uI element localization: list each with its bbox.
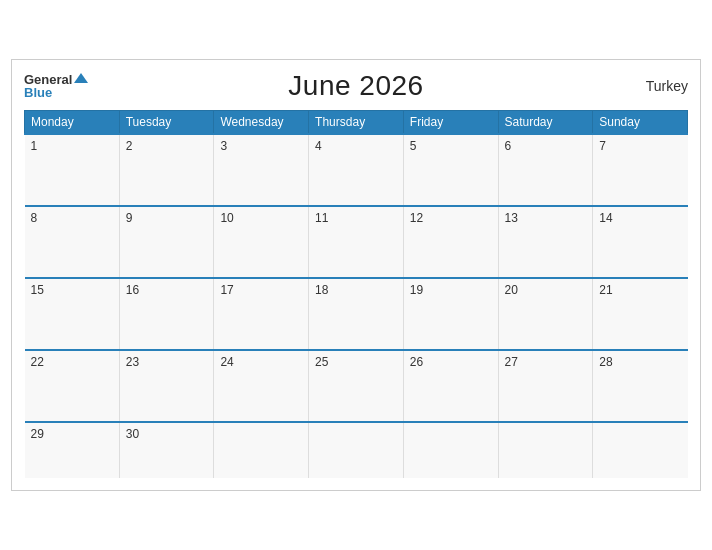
- weekday-header-wednesday: Wednesday: [214, 111, 309, 135]
- day-number: 20: [505, 283, 518, 297]
- calendar-day-cell: 13: [498, 206, 593, 278]
- day-number: 15: [31, 283, 44, 297]
- day-number: 22: [31, 355, 44, 369]
- weekday-header-sunday: Sunday: [593, 111, 688, 135]
- calendar-day-cell: 21: [593, 278, 688, 350]
- weekday-header-saturday: Saturday: [498, 111, 593, 135]
- calendar-day-cell: 16: [119, 278, 214, 350]
- logo-triangle-icon: [74, 73, 88, 83]
- calendar-day-cell: 4: [309, 134, 404, 206]
- weekday-header-tuesday: Tuesday: [119, 111, 214, 135]
- day-number: 24: [220, 355, 233, 369]
- logo-blue-text: Blue: [24, 86, 88, 99]
- day-number: 1: [31, 139, 38, 153]
- calendar-day-cell: 5: [403, 134, 498, 206]
- calendar-day-cell: 3: [214, 134, 309, 206]
- day-number: 9: [126, 211, 133, 225]
- weekday-header-friday: Friday: [403, 111, 498, 135]
- calendar-day-cell: [403, 422, 498, 478]
- calendar-header: General Blue June 2026 Turkey: [24, 70, 688, 102]
- calendar-day-cell: 14: [593, 206, 688, 278]
- calendar-day-cell: 2: [119, 134, 214, 206]
- calendar-day-cell: 7: [593, 134, 688, 206]
- day-number: 23: [126, 355, 139, 369]
- calendar-day-cell: 12: [403, 206, 498, 278]
- calendar-week-row: 891011121314: [25, 206, 688, 278]
- calendar-day-cell: 17: [214, 278, 309, 350]
- day-number: 2: [126, 139, 133, 153]
- calendar-day-cell: 20: [498, 278, 593, 350]
- day-number: 13: [505, 211, 518, 225]
- calendar-day-cell: [309, 422, 404, 478]
- day-number: 30: [126, 427, 139, 441]
- calendar-day-cell: 28: [593, 350, 688, 422]
- day-number: 18: [315, 283, 328, 297]
- calendar-day-cell: 25: [309, 350, 404, 422]
- calendar-week-row: 2930: [25, 422, 688, 478]
- calendar-day-cell: 1: [25, 134, 120, 206]
- calendar-day-cell: 11: [309, 206, 404, 278]
- calendar-day-cell: 19: [403, 278, 498, 350]
- day-number: 29: [31, 427, 44, 441]
- calendar-day-cell: 9: [119, 206, 214, 278]
- calendar-day-cell: 27: [498, 350, 593, 422]
- day-number: 27: [505, 355, 518, 369]
- calendar-day-cell: [214, 422, 309, 478]
- day-number: 11: [315, 211, 328, 225]
- day-number: 26: [410, 355, 423, 369]
- day-number: 6: [505, 139, 512, 153]
- weekday-header-thursday: Thursday: [309, 111, 404, 135]
- day-number: 7: [599, 139, 606, 153]
- calendar-day-cell: 23: [119, 350, 214, 422]
- day-number: 14: [599, 211, 612, 225]
- calendar-thead: MondayTuesdayWednesdayThursdayFridaySatu…: [25, 111, 688, 135]
- calendar-body: 1234567891011121314151617181920212223242…: [25, 134, 688, 478]
- day-number: 4: [315, 139, 322, 153]
- month-title: June 2026: [288, 70, 423, 102]
- calendar-week-row: 1234567: [25, 134, 688, 206]
- day-number: 17: [220, 283, 233, 297]
- calendar-container: General Blue June 2026 Turkey MondayTues…: [11, 59, 701, 491]
- logo: General Blue: [24, 73, 88, 99]
- calendar-day-cell: 6: [498, 134, 593, 206]
- weekday-header-monday: Monday: [25, 111, 120, 135]
- calendar-day-cell: [498, 422, 593, 478]
- calendar-day-cell: 10: [214, 206, 309, 278]
- day-number: 21: [599, 283, 612, 297]
- day-number: 8: [31, 211, 38, 225]
- calendar-week-row: 15161718192021: [25, 278, 688, 350]
- day-number: 28: [599, 355, 612, 369]
- calendar-day-cell: 24: [214, 350, 309, 422]
- calendar-grid: MondayTuesdayWednesdayThursdayFridaySatu…: [24, 110, 688, 478]
- calendar-day-cell: 30: [119, 422, 214, 478]
- calendar-day-cell: 29: [25, 422, 120, 478]
- calendar-day-cell: 22: [25, 350, 120, 422]
- calendar-week-row: 22232425262728: [25, 350, 688, 422]
- day-number: 3: [220, 139, 227, 153]
- country-label: Turkey: [646, 78, 688, 94]
- calendar-day-cell: [593, 422, 688, 478]
- day-number: 10: [220, 211, 233, 225]
- day-number: 16: [126, 283, 139, 297]
- day-number: 5: [410, 139, 417, 153]
- calendar-day-cell: 26: [403, 350, 498, 422]
- day-number: 12: [410, 211, 423, 225]
- weekday-header-row: MondayTuesdayWednesdayThursdayFridaySatu…: [25, 111, 688, 135]
- day-number: 19: [410, 283, 423, 297]
- calendar-day-cell: 8: [25, 206, 120, 278]
- calendar-day-cell: 18: [309, 278, 404, 350]
- day-number: 25: [315, 355, 328, 369]
- calendar-day-cell: 15: [25, 278, 120, 350]
